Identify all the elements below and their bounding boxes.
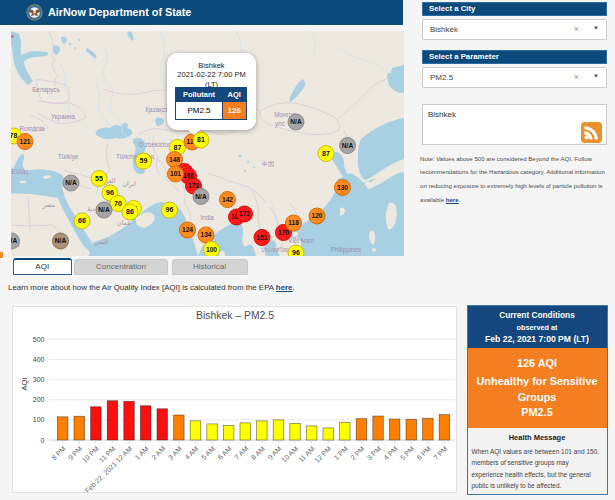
svg-text:1 PM: 1 PM xyxy=(333,445,350,462)
svg-text:148: 148 xyxy=(169,156,180,163)
svg-text:0: 0 xyxy=(41,437,45,444)
svg-text:59: 59 xyxy=(140,157,148,164)
svg-text:România: România xyxy=(19,125,45,132)
svg-text:8 PM: 8 PM xyxy=(50,445,67,462)
svg-text:400: 400 xyxy=(33,356,45,363)
svg-text:Bishkek – PM2.5: Bishkek – PM2.5 xyxy=(196,310,274,321)
svg-text:2 PM: 2 PM xyxy=(349,445,366,462)
svg-text:300: 300 xyxy=(33,376,45,383)
svg-text:4 PM: 4 PM xyxy=(382,445,399,462)
svg-text:124: 124 xyxy=(182,226,193,233)
svg-text:ایران: ایران xyxy=(122,180,136,188)
svg-text:2 AM: 2 AM xyxy=(150,445,166,461)
svg-text:Украина: Украина xyxy=(51,113,75,121)
svg-text:130: 130 xyxy=(337,184,348,191)
svg-text:96: 96 xyxy=(292,249,300,256)
svg-text:Philippines: Philippines xyxy=(331,246,361,254)
svg-text:118: 118 xyxy=(288,219,299,226)
svg-text:55: 55 xyxy=(95,175,103,182)
svg-text:173: 173 xyxy=(188,182,199,189)
svg-text:87: 87 xyxy=(174,144,182,151)
svg-text:Ελλάς: Ελλάς xyxy=(11,168,28,176)
svg-text:7 PM: 7 PM xyxy=(432,445,449,462)
svg-text:200: 200 xyxy=(33,396,45,403)
svg-text:7 AM: 7 AM xyxy=(233,445,249,461)
svg-text:86: 86 xyxy=(126,208,134,215)
svg-text:8 AM: 8 AM xyxy=(250,445,266,461)
svg-text:87: 87 xyxy=(322,150,330,157)
svg-text:3 AM: 3 AM xyxy=(167,445,183,461)
svg-text:N/A: N/A xyxy=(98,206,110,213)
svg-text:N/A: N/A xyxy=(65,179,77,186)
svg-text:N/A: N/A xyxy=(342,142,354,149)
svg-text:улс: улс xyxy=(275,120,285,128)
svg-text:1 AM: 1 AM xyxy=(134,445,150,461)
svg-text:151: 151 xyxy=(256,234,267,241)
svg-text:5 PM: 5 PM xyxy=(399,445,416,462)
svg-text:66: 66 xyxy=(78,217,86,224)
svg-text:N/A: N/A xyxy=(290,118,302,125)
svg-text:81: 81 xyxy=(197,136,205,143)
svg-text:N/A: N/A xyxy=(55,237,67,244)
svg-text:96: 96 xyxy=(166,206,174,213)
svg-text:India: India xyxy=(200,214,214,221)
svg-text:500: 500 xyxy=(33,336,45,343)
svg-text:101: 101 xyxy=(170,170,181,177)
svg-text:172: 172 xyxy=(239,210,250,217)
svg-text:Oʻzbekiston: Oʻzbekiston xyxy=(139,141,172,148)
svg-text:142: 142 xyxy=(222,196,233,203)
svg-text:اليمن: اليمن xyxy=(94,238,108,246)
svg-text:134: 134 xyxy=(200,231,211,238)
svg-text:100: 100 xyxy=(33,416,45,423)
svg-text:100: 100 xyxy=(206,246,217,253)
svg-text:Việt Nam: Việt Nam xyxy=(288,237,314,244)
svg-text:4 AM: 4 AM xyxy=(183,445,199,461)
svg-text:121: 121 xyxy=(19,138,30,145)
svg-text:10 AM: 10 AM xyxy=(280,445,299,464)
svg-text:مصر: مصر xyxy=(42,201,55,209)
svg-text:170: 170 xyxy=(278,229,289,236)
svg-text:78: 78 xyxy=(11,132,17,139)
svg-text:中国: 中国 xyxy=(262,160,275,168)
svg-text:N/A: N/A xyxy=(11,237,17,244)
svg-text:6 PM: 6 PM xyxy=(416,445,433,462)
svg-text:11 AM: 11 AM xyxy=(297,445,316,464)
svg-text:Türkiye: Türkiye xyxy=(58,153,79,161)
svg-text:96: 96 xyxy=(106,189,114,196)
svg-text:ประเทศไทย: ประเทศไทย xyxy=(261,247,289,253)
svg-text:Беларусь: Беларусь xyxy=(32,86,60,94)
svg-text:10 PM: 10 PM xyxy=(81,445,100,464)
svg-text:6 AM: 6 AM xyxy=(217,445,233,461)
svg-text:5 AM: 5 AM xyxy=(200,445,216,461)
svg-text:3 PM: 3 PM xyxy=(366,445,383,462)
svg-text:12 PM: 12 PM xyxy=(313,445,332,464)
svg-text:N/A: N/A xyxy=(195,193,207,200)
svg-text:120: 120 xyxy=(311,212,322,219)
svg-text:AQI: AQI xyxy=(20,378,29,391)
svg-text:70: 70 xyxy=(114,200,122,207)
